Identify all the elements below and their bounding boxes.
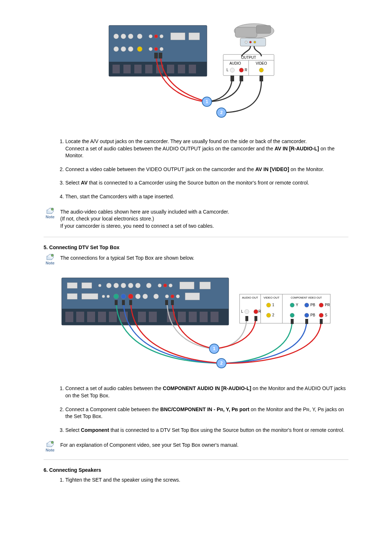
step-bold: AV IN [R-AUDIO-L] <box>274 146 319 151</box>
step-text: on the Monitor. <box>289 166 324 172</box>
svg-text:PB: PB <box>310 303 315 307</box>
svg-text:1: 1 <box>272 303 274 307</box>
svg-rect-66 <box>82 293 98 299</box>
dtv-steps-list: Connect a set of audio cables between th… <box>44 385 348 434</box>
note-label-text: Note <box>46 448 54 452</box>
svg-point-31 <box>249 41 252 43</box>
svg-rect-124 <box>320 319 323 324</box>
svg-rect-52 <box>82 283 92 288</box>
step-item: Connect a video cable between the VIDEO … <box>65 166 348 173</box>
step-item: Tighten the SET and the speaker using th… <box>65 477 348 484</box>
svg-rect-78 <box>185 293 200 300</box>
step-text: Select <box>65 180 81 186</box>
diagram-callout-1: 1 <box>206 99 208 104</box>
audio-out-label: AUDIO OUT <box>242 296 258 299</box>
svg-point-38 <box>259 68 264 72</box>
svg-point-109 <box>305 313 309 317</box>
note-line: (If not, check your local electronics st… <box>60 216 154 222</box>
svg-rect-41 <box>230 76 234 81</box>
video-out-label: VIDEO OUT <box>264 296 279 299</box>
camcorder-steps-list: Locate the A/V output jacks on the camco… <box>44 138 348 200</box>
svg-rect-43 <box>260 76 263 81</box>
svg-text:PB: PB <box>310 313 315 317</box>
svg-point-7 <box>160 35 163 38</box>
component-out-label: COMPONENT VIDEO OUT <box>291 296 322 299</box>
svg-rect-123 <box>305 319 308 324</box>
note-block: Note The connections for a typical Set T… <box>44 254 348 265</box>
svg-point-69 <box>114 294 119 299</box>
svg-point-53 <box>98 284 101 287</box>
svg-rect-18 <box>113 65 120 73</box>
svg-point-49 <box>51 254 53 256</box>
svg-rect-51 <box>67 283 77 288</box>
note-line: If your camcorder is stereo, you need to… <box>60 223 214 229</box>
svg-point-100 <box>266 303 271 307</box>
svg-point-72 <box>135 294 140 299</box>
svg-rect-90 <box>189 312 197 322</box>
note-label-text: Note <box>46 261 54 265</box>
section-divider <box>44 237 348 237</box>
svg-rect-122 <box>291 319 294 324</box>
svg-point-6 <box>154 35 158 38</box>
step-item: Select AV that is connected to a Camcord… <box>65 179 348 187</box>
step-text: Then, start the Camcorders with a tape i… <box>65 194 174 199</box>
svg-rect-42 <box>240 76 243 81</box>
note-line: For an explanation of Component video, s… <box>60 442 238 448</box>
step-item: Then, start the Camcorders with a tape i… <box>65 193 348 200</box>
svg-rect-120 <box>122 300 125 305</box>
svg-point-102 <box>266 313 271 317</box>
step-text: Connect a set of audio cables between th… <box>65 146 274 151</box>
svg-rect-29 <box>240 38 266 46</box>
section-heading-6: 6. Connecting Speakers <box>44 467 348 473</box>
svg-rect-40 <box>159 53 162 58</box>
step-text: Connect a video cable between the VIDEO … <box>65 166 255 172</box>
svg-point-15 <box>154 47 158 51</box>
svg-rect-121 <box>129 300 132 305</box>
svg-point-106 <box>305 303 309 307</box>
svg-rect-24 <box>178 65 185 73</box>
svg-rect-84 <box>109 312 117 322</box>
svg-rect-85 <box>120 312 128 322</box>
svg-rect-39 <box>154 53 158 58</box>
svg-rect-81 <box>76 312 84 322</box>
svg-point-71 <box>128 294 133 299</box>
svg-point-59 <box>146 283 151 288</box>
section-heading-5: 5. Connecting DTV Set Top Box <box>44 244 348 250</box>
svg-rect-83 <box>98 312 106 322</box>
svg-point-104 <box>290 303 294 307</box>
r-label: R <box>245 68 247 72</box>
svg-point-47 <box>51 208 53 210</box>
svg-point-73 <box>143 294 148 299</box>
note-block: Note For an explanation of Component vid… <box>44 441 348 452</box>
output-label: OUTPUT <box>241 56 256 60</box>
svg-point-60 <box>158 284 162 287</box>
step-bold: AV IN [VIDEO] <box>255 166 289 172</box>
step-bold: COMPONENT AUDIO IN [R-AUDIO-L] <box>163 385 252 391</box>
svg-rect-8 <box>171 33 185 40</box>
svg-rect-91 <box>200 312 208 322</box>
l-label: L <box>226 68 229 72</box>
step-text: that is connected to a DTV Set Top Box u… <box>109 427 344 433</box>
svg-text:S: S <box>325 313 327 317</box>
svg-point-113 <box>319 303 323 307</box>
diagram-callout-2: 2 <box>220 110 223 115</box>
svg-rect-20 <box>134 65 142 73</box>
svg-point-75 <box>165 295 169 298</box>
step-bold: BNC/COMPONENT IN - PR, Y, PB port <box>160 406 249 412</box>
step-item: Select Component that is connected to a … <box>65 427 348 434</box>
svg-rect-89 <box>178 312 186 322</box>
svg-rect-86 <box>138 312 146 322</box>
svg-point-5 <box>149 35 152 38</box>
svg-point-30 <box>245 41 247 43</box>
svg-rect-116 <box>171 300 174 305</box>
svg-rect-64 <box>200 282 211 289</box>
audio-label: AUDIO <box>229 61 241 65</box>
svg-point-77 <box>176 295 180 298</box>
note-text: The connections for a typical Set Top Bo… <box>60 254 348 262</box>
svg-rect-115 <box>165 300 168 305</box>
svg-point-12 <box>128 46 133 52</box>
svg-point-108 <box>290 313 294 317</box>
svg-rect-118 <box>254 316 257 321</box>
svg-rect-23 <box>167 65 174 73</box>
svg-point-2 <box>121 34 126 39</box>
